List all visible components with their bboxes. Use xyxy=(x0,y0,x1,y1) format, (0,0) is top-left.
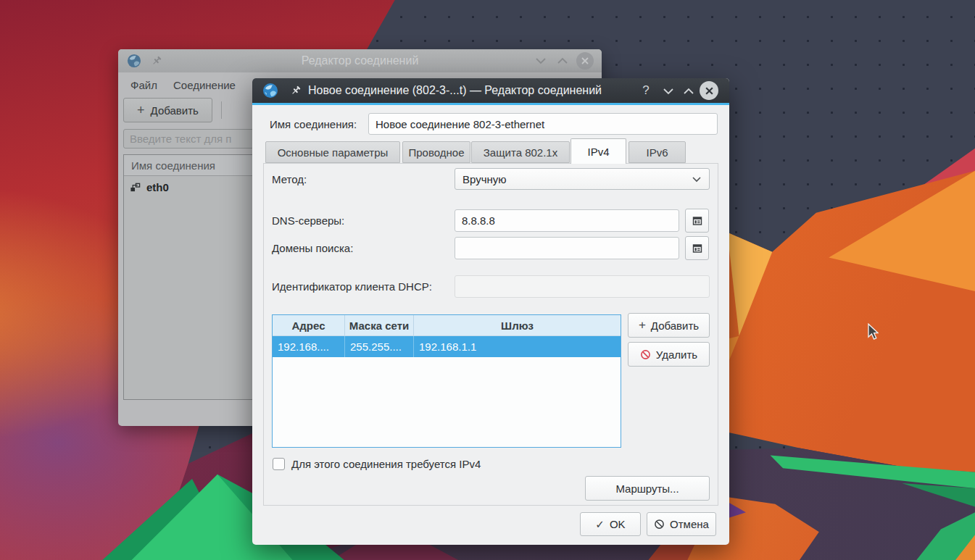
cell-gateway[interactable]: 192.168.1.1 xyxy=(414,336,621,357)
close-icon[interactable] xyxy=(700,81,718,100)
window-titlebar[interactable]: Редактор соединений xyxy=(118,49,602,72)
edit-list-icon xyxy=(692,215,703,227)
new-connection-dialog: Новое соединение (802-3-...t) — Редактор… xyxy=(252,78,729,545)
cell-address[interactable]: 192.168.... xyxy=(273,336,345,357)
addresses-table[interactable]: Адрес Маска сети Шлюз 192.168.... 255.25… xyxy=(272,314,621,448)
dhcp-client-id-label: Идентификатор клиента DHCP: xyxy=(272,275,432,298)
minimize-icon[interactable] xyxy=(534,57,547,65)
require-ipv4-checkbox[interactable] xyxy=(273,458,285,470)
add-address-button[interactable]: + Добавить xyxy=(628,313,710,338)
column-header-address[interactable]: Адрес xyxy=(273,315,345,335)
window-title: Редактор соединений xyxy=(118,54,602,67)
menu-file[interactable]: Файл xyxy=(130,79,157,91)
search-domains-input[interactable] xyxy=(455,237,679,259)
cancel-icon xyxy=(654,519,665,530)
dhcp-client-id-input xyxy=(455,275,710,298)
dns-label: DNS-серверы: xyxy=(272,209,344,232)
require-ipv4-label: Для этого соединения требуется IPv4 xyxy=(291,458,481,470)
mouse-cursor xyxy=(867,323,879,340)
plus-icon: + xyxy=(137,103,145,118)
column-header-netmask[interactable]: Маска сети xyxy=(345,315,414,335)
domains-edit-list-button[interactable] xyxy=(685,236,709,260)
column-header-gateway[interactable]: Шлюз xyxy=(414,315,621,335)
cancel-button[interactable]: Отмена xyxy=(647,512,716,536)
list-item-label: eth0 xyxy=(146,181,169,193)
name-label: Имя соединения: xyxy=(270,113,357,135)
tab-ipv4[interactable]: IPv4 xyxy=(571,138,626,164)
menu-connection[interactable]: Соединение xyxy=(173,79,236,91)
method-value: Вручную xyxy=(462,173,507,185)
method-label: Метод: xyxy=(272,168,307,190)
tab-wired[interactable]: Проводное xyxy=(402,141,470,163)
minimize-icon[interactable] xyxy=(661,87,676,96)
connection-name-input[interactable] xyxy=(368,113,718,135)
desktop: { "colors": { "accent": "#3daee9", "titl… xyxy=(0,0,975,560)
app-globe-icon xyxy=(262,83,278,99)
delete-address-button[interactable]: Удалить xyxy=(628,342,710,367)
pin-icon[interactable] xyxy=(290,85,302,96)
dialog-titlebar[interactable]: Новое соединение (802-3-...t) — Редактор… xyxy=(252,78,729,103)
delete-icon xyxy=(640,349,651,360)
tab-ipv6[interactable]: IPv6 xyxy=(628,141,686,163)
method-combobox[interactable]: Вручную xyxy=(455,168,710,190)
dialog-title: Новое соединение (802-3-...t) — Редактор… xyxy=(308,78,602,103)
edit-list-icon xyxy=(692,243,703,254)
add-connection-button[interactable]: + Добавить xyxy=(123,98,212,122)
pin-icon[interactable] xyxy=(151,55,162,67)
tab-general[interactable]: Основные параметры xyxy=(265,141,400,163)
toolbar-separator xyxy=(221,101,222,119)
table-header-row: Адрес Маска сети Шлюз xyxy=(273,315,621,336)
table-row-selected[interactable]: 192.168.... 255.255.... 192.168.1.1 xyxy=(273,336,621,357)
tab-8021x-security[interactable]: Защита 802.1x xyxy=(471,141,570,163)
network-interface-icon xyxy=(130,182,141,193)
maximize-icon[interactable] xyxy=(556,57,569,65)
check-icon: ✓ xyxy=(595,518,605,531)
routes-button[interactable]: Маршруты... xyxy=(585,476,710,501)
app-globe-icon xyxy=(127,54,141,68)
plus-icon: + xyxy=(639,318,646,333)
titlebar-accent-line xyxy=(252,103,729,105)
ok-button[interactable]: ✓ OK xyxy=(580,512,641,536)
maximize-icon[interactable] xyxy=(681,87,696,96)
close-icon[interactable] xyxy=(576,52,594,70)
chevron-down-icon xyxy=(692,176,702,183)
dns-servers-input[interactable] xyxy=(455,209,679,232)
search-domains-label: Домены поиска: xyxy=(272,237,353,259)
help-icon[interactable]: ? xyxy=(639,78,653,103)
cell-netmask[interactable]: 255.255.... xyxy=(345,336,414,357)
add-connection-label: Добавить xyxy=(151,104,199,117)
dns-edit-list-button[interactable] xyxy=(685,209,709,233)
